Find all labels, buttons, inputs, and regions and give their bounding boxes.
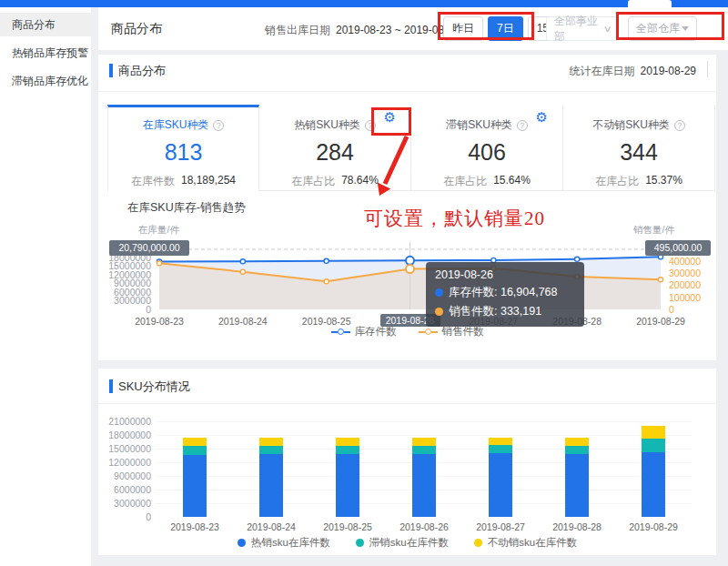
legend-line-icon (419, 331, 425, 333)
tooltip-row-1: 销售件数: 333,191 (435, 304, 575, 319)
range-button-1[interactable]: 7日 (488, 16, 523, 41)
section-accent-bar (109, 379, 113, 393)
tooltip-row-text: 销售件数: 333,191 (449, 304, 541, 319)
right-axis-tick: 300000 (669, 268, 701, 278)
department-select[interactable]: 全部事业部 ∨ (546, 16, 619, 41)
stat-tab-0[interactable]: 在库SKU种类?813在库件数18,189,254 (107, 105, 259, 191)
gear-icon[interactable]: ⚙ (384, 110, 396, 124)
right-axis-tick: 0 (669, 304, 674, 315)
bar-axis-tick: 0 (98, 511, 151, 522)
gear-icon[interactable]: ⚙ (536, 110, 548, 124)
bar-legend-item-2[interactable]: 不动销sku在库件数 (474, 536, 577, 550)
header-divider (707, 61, 708, 77)
stock-date-value: 2019-08-29 (641, 65, 696, 77)
question-circle-icon: ? (517, 120, 528, 131)
left-axis-name: 在库量/件 (138, 224, 179, 237)
stat-tab-value: 406 (411, 139, 562, 166)
bar-2019-08-29[interactable] (642, 426, 665, 517)
stat-tab-header: 不动销SKU种类? (563, 117, 714, 133)
sidebar-item-1[interactable]: 热销品库存预警 (0, 41, 91, 65)
bar-legend: 热销sku在库件数滞销sku在库件数不动销sku在库件数 (98, 536, 716, 550)
bar-segment (259, 446, 283, 455)
bar-axis-tick: 9000000 (98, 470, 151, 481)
bar-x-label: 2019-08-29 (620, 521, 687, 532)
sku-stat-tabs: 在库SKU种类?813在库件数18,189,254热销SKU种类?284在库占比… (107, 105, 715, 191)
stat-tab-value: 344 (563, 139, 714, 166)
stat-tab-3[interactable]: 不动销SKU种类?344在库占比15.37% (563, 105, 715, 191)
bar-2019-08-23[interactable] (183, 438, 207, 517)
bar-axis-tick: 18000000 (98, 430, 151, 440)
stat-tab-sub-label: 在库占比 (443, 174, 487, 189)
page-title: 商品分布 (111, 21, 162, 37)
bar-segment (336, 454, 359, 518)
bar-2019-08-25[interactable] (336, 438, 359, 517)
trend-line-chart[interactable] (157, 242, 663, 309)
sales-date-filter[interactable]: 销售出库日期2019-08-23 ~ 2019-08-2 (265, 23, 454, 38)
bar-x-label: 2019-08-27 (467, 521, 534, 532)
stat-tab-value: 284 (259, 139, 410, 166)
stat-tab-sub-label: 在库占比 (595, 174, 639, 189)
bar-segment (183, 455, 207, 517)
legend-label: 滞销sku在库件数 (369, 536, 449, 550)
stat-tab-label: 热销SKU种类 (294, 117, 360, 133)
caret-down-icon (682, 26, 689, 31)
bar-segment (565, 454, 589, 518)
sales-date-value: 2019-08-23 ~ 2019-08-2 (336, 24, 454, 36)
bar-2019-08-28[interactable] (565, 438, 589, 517)
bar-segment (565, 446, 589, 454)
bar-segment (642, 452, 665, 518)
warehouse-select[interactable]: 全部仓库 (628, 16, 697, 41)
bar-2019-08-27[interactable] (489, 438, 512, 517)
sidebar-item-2[interactable]: 滞销品库存优化 (0, 69, 91, 93)
tooltip-title: 2019-08-26 (435, 268, 575, 281)
bar-segment (489, 438, 512, 446)
stat-tab-sub: 在库占比78.64% (259, 174, 410, 189)
bar-legend-item-1[interactable]: 滞销sku在库件数 (356, 536, 449, 550)
stat-tab-1[interactable]: 热销SKU种类?284在库占比78.64%⚙ (259, 105, 411, 191)
bar-x-label: 2019-08-25 (314, 521, 381, 532)
chart-tooltip: 2019-08-26 库存件数: 16,904,768销售件数: 333,191 (426, 262, 584, 327)
sidebar-item-0[interactable]: 商品分布 (0, 13, 91, 36)
stock-date: 统计在库日期2019-08-29 (570, 64, 696, 79)
right-axis-tick: 200000 (669, 279, 701, 290)
bar-segment (183, 438, 207, 446)
stock-date-label: 统计在库日期 (570, 65, 635, 77)
tooltip-row-text: 库存件数: 16,904,768 (449, 285, 558, 300)
range-button-0[interactable]: 昨日 (443, 16, 483, 41)
question-circle-icon: ? (674, 120, 685, 131)
legend-label: 热销sku在库件数 (251, 536, 330, 550)
bar-segment (183, 446, 207, 455)
stat-tab-sub: 在库占比15.37% (563, 174, 714, 189)
tooltip-row-0: 库存件数: 16,904,768 (435, 285, 575, 300)
legend-label: 销售件数 (442, 325, 484, 339)
stat-tab-label: 不动销SKU种类 (592, 117, 670, 133)
stat-tab-2[interactable]: 滞销SKU种类?406在库占比15.64%⚙ (411, 105, 563, 191)
question-circle-icon: ? (365, 120, 376, 131)
bar-segment (259, 438, 283, 446)
sku-bar-chart[interactable] (157, 421, 692, 517)
bar-segment (412, 454, 436, 517)
section-accent-bar (109, 64, 113, 77)
bar-legend-item-0[interactable]: 热销sku在库件数 (238, 536, 330, 550)
right-axis-name: 销售量/件 (633, 224, 674, 237)
series-dot-icon (435, 308, 443, 316)
legend-item-0[interactable]: 库存件数 (331, 325, 397, 339)
legend-label: 不动销sku在库件数 (488, 536, 577, 550)
bar-2019-08-24[interactable] (259, 438, 283, 517)
left-axis-max-badge: 20,790,000.00 (109, 240, 189, 256)
sidebar: 商品分布热销品库存预警滞销品库存优化 (0, 7, 91, 566)
bar-segment (489, 445, 512, 453)
sku-section-title: SKU分布情况 (118, 379, 190, 395)
bar-x-label: 2019-08-24 (238, 521, 305, 532)
bar-axis-tick: 21000000 (98, 416, 151, 427)
bar-segment (336, 446, 359, 454)
trend-x-label: 2019-08-29 (627, 316, 694, 327)
page-header: 商品分布 销售出库日期2019-08-23 ~ 2019-08-2 昨日7日15… (98, 7, 728, 50)
right-axis-tick: 100000 (669, 292, 701, 303)
bar-segment (642, 426, 665, 439)
stat-tab-value: 813 (108, 139, 258, 166)
legend-line-icon (344, 331, 350, 333)
bar-2019-08-26[interactable] (412, 438, 436, 517)
stat-tab-sub: 在库占比15.64% (411, 174, 562, 189)
legend-item-1[interactable]: 销售件数 (419, 325, 484, 339)
